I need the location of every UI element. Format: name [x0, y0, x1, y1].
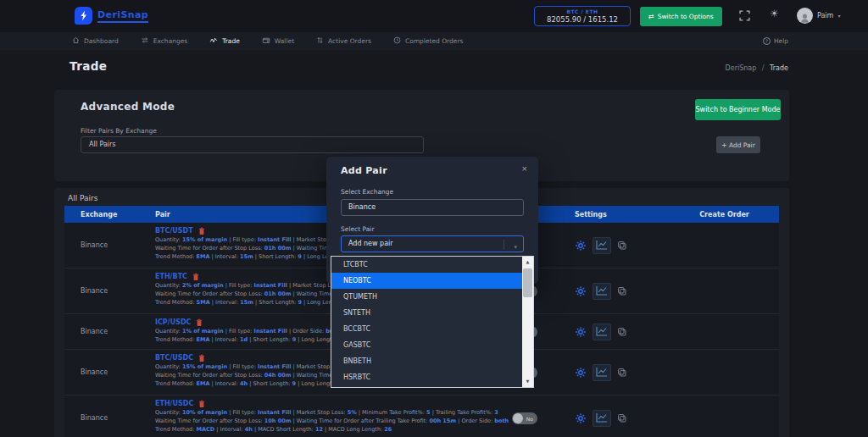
pair-head: ETH/USDC [155, 399, 500, 408]
pair-link[interactable]: ICP/USDC [155, 318, 191, 326]
gear-icon[interactable] [575, 412, 587, 424]
delete-pair-icon[interactable] [198, 400, 205, 408]
scroll-up-icon[interactable]: ▲ [522, 257, 533, 268]
help-link[interactable]: ? Help [763, 37, 788, 45]
close-icon[interactable]: × [522, 163, 527, 174]
copy-icon[interactable] [617, 241, 627, 251]
pair-option[interactable]: QTUMETH [331, 289, 533, 305]
fullscreen-icon[interactable] [739, 10, 750, 24]
nav-item-active-orders[interactable]: Active Orders [316, 36, 371, 46]
copy-icon[interactable] [617, 368, 627, 378]
setting-label: | MACD Long Length: [323, 426, 384, 433]
switch-to-beginner-mode-button[interactable]: Switch to Beginner Mode [695, 99, 781, 120]
row-settings-cell [555, 350, 670, 395]
derisnap-logo-icon [75, 7, 92, 25]
pair-option[interactable]: BNBETH [331, 353, 533, 369]
exchange-input[interactable]: Binance [341, 199, 524, 216]
nav-item-exchanges[interactable]: Exchanges [141, 36, 188, 46]
setting-label: | Interval: [209, 336, 239, 343]
setting-value: Instant Fill [253, 282, 287, 289]
row-settings-cell [555, 396, 670, 437]
setting-value: 15m [240, 253, 253, 260]
delete-pair-icon[interactable] [192, 273, 199, 281]
breadcrumb: DeriSnap / Trade [726, 64, 788, 72]
setting-label: | Fill type: [227, 236, 258, 243]
pair-option[interactable]: GASBTC [331, 337, 533, 353]
pair-settings-line: Quantity: 10% of margin | Fill type: Ins… [155, 408, 500, 417]
delete-pair-icon[interactable] [196, 318, 203, 327]
setting-value: 01h 00m [264, 245, 292, 252]
chart-icon[interactable] [593, 410, 611, 427]
setting-label: | Short Length: [248, 336, 292, 343]
setting-value: Instant Fill [258, 236, 292, 243]
pair-option[interactable]: BCCBTC [331, 321, 533, 337]
chart-icon[interactable] [593, 283, 611, 300]
delete-pair-icon[interactable] [198, 227, 205, 235]
chart-icon[interactable] [593, 237, 611, 254]
copy-icon[interactable] [617, 327, 627, 337]
setting-value: 5% [348, 409, 357, 416]
setting-label: Waiting Time for Order after Stop Loss: [155, 372, 264, 379]
copy-icon[interactable] [617, 286, 627, 296]
gear-icon[interactable] [575, 285, 587, 297]
pair-link[interactable]: BTC/USDC [155, 354, 193, 362]
row-pair-cell: ETH/USDCQuantity: 10% of margin | Fill t… [155, 396, 500, 437]
user-menu[interactable]: Paim ▾ [797, 8, 840, 24]
chart-icon[interactable] [593, 324, 611, 340]
brand-name: DeriSnap [97, 9, 148, 23]
delete-pair-icon[interactable] [198, 354, 205, 362]
breadcrumb-root[interactable]: DeriSnap [726, 64, 757, 72]
setting-value: 15% of margin [182, 236, 227, 243]
pair-option[interactable]: SNTETH [331, 305, 533, 321]
listbox-scrollbar[interactable]: ▲ ▼ [522, 257, 533, 387]
pair-option[interactable]: NEOBTC [331, 273, 533, 289]
pair-link[interactable]: BTC/USDT [155, 227, 193, 235]
exchange-filter-select[interactable]: All Pairs [81, 136, 424, 153]
pair-settings-line: Trend Method: MACD | Interval: 4h | MACD… [155, 425, 500, 434]
pair-option[interactable]: HSRBTC [331, 369, 533, 385]
row-settings-cell [555, 314, 670, 349]
setting-value: 3 [494, 409, 498, 416]
copy-icon[interactable] [617, 413, 627, 423]
gear-icon[interactable] [575, 240, 587, 252]
ticker-values: 82055.90 / 1615.12 [535, 15, 630, 24]
setting-label: Trend Method: [155, 380, 197, 387]
breadcrumb-current: Trade [770, 64, 788, 72]
scroll-down-icon[interactable]: ▼ [522, 376, 533, 387]
nav-item-completed-orders[interactable]: Completed Orders [393, 36, 464, 46]
nav-item-label: Dashboard [84, 37, 119, 45]
pair-link[interactable]: ETH/BTC [155, 273, 187, 280]
row-toggle-cell: No [500, 396, 555, 437]
switch-to-options-button[interactable]: ⇄ Switch to Options [640, 7, 722, 26]
avatar [797, 8, 813, 24]
setting-value: 2% of margin [182, 282, 224, 289]
setting-label: Quantity: [155, 363, 182, 370]
row-exchange: Binance [64, 268, 155, 313]
gear-icon[interactable] [575, 367, 587, 379]
pair-option[interactable]: OAXETH [331, 385, 533, 388]
setting-label: Trend Method: [155, 253, 197, 260]
setting-value: 26 [384, 426, 392, 433]
pair-option[interactable]: LTCBTC [331, 257, 533, 273]
nav-item-wallet[interactable]: Wallet [262, 36, 294, 46]
setting-value: 15% of margin [182, 363, 227, 370]
setting-label: Trend Method: [155, 426, 197, 433]
select-exchange-label: Select Exchange [341, 188, 393, 196]
setting-value: 10h 00m [264, 418, 292, 424]
scrollbar-thumb[interactable] [523, 268, 532, 297]
gear-icon[interactable] [575, 326, 587, 338]
nav-item-label: Active Orders [328, 37, 371, 45]
pair-options-listbox: LTCBTCNEOBTCQTUMETHSNTETHBCCBTCGASBTCBNB… [331, 256, 534, 388]
pair-link[interactable]: ETH/USDC [155, 400, 193, 407]
add-pair-button[interactable]: + Add Pair [716, 136, 760, 153]
nav-item-trade[interactable]: Trade [209, 36, 240, 46]
setting-label: | Fill type: [224, 282, 254, 289]
pair-select[interactable]: Add new pair ▾ [341, 235, 524, 252]
nav-item-dashboard[interactable]: Dashboard [72, 36, 119, 46]
setting-label: Quantity: [155, 409, 182, 416]
setting-value: EMA [197, 253, 210, 260]
chart-icon[interactable] [593, 364, 611, 381]
theme-sun-icon[interactable]: ☀ [770, 8, 779, 19]
setting-label: | Order Side: [287, 328, 326, 335]
trade-toggle[interactable]: No [512, 412, 537, 424]
